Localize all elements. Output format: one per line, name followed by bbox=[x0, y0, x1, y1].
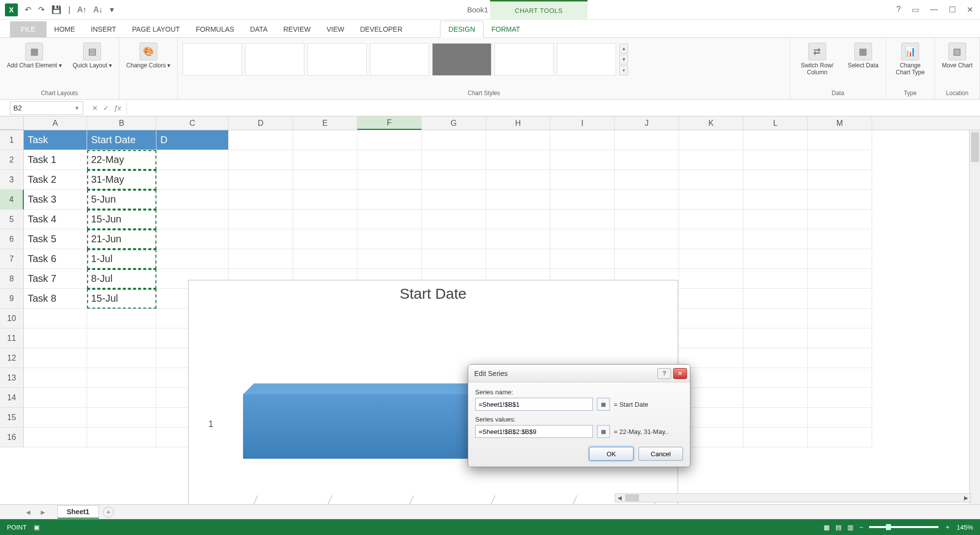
cell[interactable] bbox=[615, 190, 679, 210]
cell[interactable] bbox=[357, 130, 422, 150]
cell[interactable] bbox=[743, 368, 808, 388]
cell[interactable] bbox=[743, 130, 808, 150]
formula-input[interactable] bbox=[127, 101, 980, 115]
font-down-button[interactable]: A↓ bbox=[94, 5, 103, 14]
column-header[interactable]: F bbox=[357, 116, 422, 130]
cell[interactable] bbox=[422, 249, 486, 269]
series-name-input[interactable] bbox=[475, 398, 593, 411]
cell[interactable] bbox=[808, 150, 872, 170]
view-page-break-icon[interactable]: ▥ bbox=[847, 524, 853, 531]
cell[interactable] bbox=[24, 309, 87, 328]
cell[interactable] bbox=[679, 170, 743, 190]
cell[interactable] bbox=[422, 170, 486, 190]
cell[interactable] bbox=[615, 130, 679, 150]
ok-button[interactable]: OK bbox=[589, 447, 634, 461]
cell[interactable] bbox=[486, 229, 550, 249]
cell[interactable] bbox=[422, 150, 486, 170]
ribbon-options-icon[interactable]: ▭ bbox=[912, 5, 919, 14]
cell[interactable] bbox=[808, 249, 872, 269]
cell[interactable] bbox=[808, 190, 872, 210]
cell[interactable] bbox=[293, 190, 357, 210]
column-header[interactable]: E bbox=[293, 116, 357, 130]
cell[interactable] bbox=[808, 408, 872, 428]
change-colors-button[interactable]: 🎨 Change Colors ▾ bbox=[124, 42, 172, 70]
save-button[interactable]: 💾 bbox=[51, 5, 61, 14]
cell[interactable] bbox=[615, 170, 679, 190]
cell[interactable] bbox=[357, 190, 422, 210]
cell[interactable] bbox=[808, 428, 872, 447]
cell[interactable] bbox=[87, 309, 156, 328]
cell[interactable] bbox=[550, 210, 615, 229]
tab-data[interactable]: DATA bbox=[242, 21, 275, 37]
cell[interactable] bbox=[357, 170, 422, 190]
cell[interactable]: 22-May bbox=[87, 150, 156, 170]
cell[interactable] bbox=[808, 328, 872, 348]
row-header[interactable]: 6 bbox=[0, 229, 24, 249]
cell[interactable] bbox=[87, 368, 156, 388]
cell[interactable] bbox=[550, 150, 615, 170]
chart-style-thumb[interactable] bbox=[183, 43, 242, 76]
cell[interactable] bbox=[87, 388, 156, 408]
column-header[interactable]: L bbox=[743, 116, 808, 130]
cancel-formula-button[interactable]: ✕ bbox=[92, 104, 98, 112]
cancel-button[interactable]: Cancel bbox=[638, 447, 683, 461]
cell[interactable] bbox=[743, 309, 808, 328]
cell[interactable] bbox=[550, 249, 615, 269]
sheet-nav-prev[interactable]: ◄ bbox=[25, 508, 32, 516]
cell[interactable] bbox=[679, 210, 743, 229]
horizontal-scrollbar[interactable]: ◄► bbox=[615, 493, 971, 502]
cell[interactable] bbox=[357, 150, 422, 170]
row-header[interactable]: 4 bbox=[0, 190, 24, 210]
dialog-close-button[interactable]: ✕ bbox=[673, 368, 687, 379]
dialog-help-button[interactable]: ? bbox=[657, 368, 671, 379]
cell[interactable] bbox=[679, 249, 743, 269]
tab-page-layout[interactable]: PAGE LAYOUT bbox=[124, 21, 188, 37]
cell[interactable] bbox=[743, 328, 808, 348]
cell[interactable] bbox=[229, 150, 293, 170]
cell[interactable] bbox=[615, 249, 679, 269]
cell[interactable] bbox=[808, 289, 872, 309]
switch-row-column-button[interactable]: ⇄ Switch Row/ Column bbox=[795, 42, 839, 77]
cell[interactable] bbox=[229, 170, 293, 190]
sheet-tab[interactable]: Sheet1 bbox=[57, 505, 99, 519]
tab-home[interactable]: HOME bbox=[47, 21, 83, 37]
tab-developer[interactable]: DEVELOPER bbox=[352, 21, 410, 37]
cell[interactable] bbox=[87, 348, 156, 368]
column-header[interactable]: B bbox=[87, 116, 156, 130]
cell[interactable] bbox=[293, 170, 357, 190]
cell[interactable] bbox=[615, 229, 679, 249]
cell[interactable]: Task 7 bbox=[24, 269, 87, 289]
cell[interactable] bbox=[743, 249, 808, 269]
row-header[interactable]: 14 bbox=[0, 388, 24, 408]
change-chart-type-button[interactable]: 📊 Change Chart Type bbox=[891, 42, 930, 77]
worksheet-grid[interactable]: ABCDEFGHIJKLM 1TaskStart DateD2Task 122-… bbox=[0, 116, 980, 519]
row-header[interactable]: 5 bbox=[0, 210, 24, 229]
cell[interactable] bbox=[615, 210, 679, 229]
chart-styles-gallery[interactable]: ▲ ▼ ▾ bbox=[183, 42, 628, 77]
tab-insert[interactable]: INSERT bbox=[83, 21, 124, 37]
cell[interactable]: 15-Jun bbox=[87, 210, 156, 229]
cell[interactable] bbox=[486, 130, 550, 150]
font-up-button[interactable]: A↑ bbox=[77, 5, 87, 14]
column-header[interactable]: D bbox=[229, 116, 293, 130]
cell[interactable] bbox=[679, 229, 743, 249]
add-chart-element-button[interactable]: ▦ Add Chart Element ▾ bbox=[5, 42, 64, 70]
cell[interactable]: 8-Jul bbox=[87, 269, 156, 289]
tab-file[interactable]: FILE bbox=[10, 21, 47, 37]
cell[interactable]: Task 2 bbox=[24, 170, 87, 190]
undo-button[interactable]: ↶ bbox=[25, 5, 31, 14]
zoom-level[interactable]: 145% bbox=[957, 524, 973, 531]
fx-button[interactable]: ƒx bbox=[114, 104, 121, 112]
cell[interactable] bbox=[156, 229, 229, 249]
cell[interactable] bbox=[293, 130, 357, 150]
row-header[interactable]: 1 bbox=[0, 130, 24, 150]
cell[interactable] bbox=[679, 150, 743, 170]
cell[interactable] bbox=[743, 170, 808, 190]
chart-style-thumb[interactable] bbox=[370, 43, 429, 76]
select-data-button[interactable]: ▦ Select Data bbox=[846, 42, 881, 70]
cell[interactable]: Task bbox=[24, 130, 87, 150]
column-header[interactable]: I bbox=[550, 116, 615, 130]
cell[interactable] bbox=[679, 309, 743, 328]
cell[interactable] bbox=[156, 150, 229, 170]
cell[interactable] bbox=[24, 408, 87, 428]
